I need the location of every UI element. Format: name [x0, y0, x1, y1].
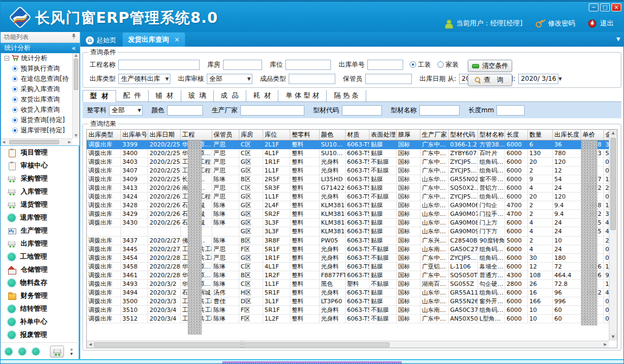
- scroll-down-icon[interactable]: ▼: [609, 334, 617, 341]
- scroll-right-icon[interactable]: ▶: [602, 342, 609, 347]
- column-header-8[interactable]: 整零料: [290, 130, 319, 140]
- keeper-input[interactable]: [365, 74, 412, 84]
- location-input[interactable]: [285, 60, 331, 70]
- column-header-2[interactable]: 出库单号: [120, 130, 148, 140]
- module-cart-button[interactable]: [50, 346, 64, 357]
- module-dot-icon[interactable]: [18, 348, 26, 355]
- sidebar-item-生产管理[interactable]: 生产管理: [1, 224, 79, 237]
- tree-expander-icon[interactable]: −: [4, 56, 9, 61]
- table-row[interactable]: 调拨出库34242020/2/26工工程严思G区1L1F整料光身料6063-T5…: [87, 193, 616, 201]
- table-vertical-scrollbar[interactable]: ▲ ▼: [609, 130, 617, 341]
- sidebar-item-仓储管理[interactable]: 仓储管理: [1, 263, 79, 276]
- sidebar-item-财务管理[interactable]: 财务管理: [1, 289, 79, 302]
- close-button[interactable]: ×: [612, 3, 621, 11]
- table-row[interactable]: 调拨出库34002020/2/25华原…严思C区4L1F整料SU10…6063-…: [87, 149, 616, 157]
- tab-overflow-icon[interactable]: ▼: [616, 36, 620, 42]
- column-header-18[interactable]: 出库长度: [552, 130, 581, 140]
- table-row[interactable]: 调拨出库34282020/2/26石城陈琳G区2L4F整料KLM38176063…: [87, 201, 616, 210]
- column-header-11[interactable]: 表面处理: [369, 130, 396, 140]
- column-header-1[interactable]: 出库类型: [87, 130, 120, 140]
- table-row[interactable]: 调拨出库34542020/2/28工共工程严思G区1R1F整料光身料6063-T…: [87, 253, 616, 262]
- column-header-9[interactable]: 颜色: [319, 130, 345, 140]
- sidebar-item-审核中心[interactable]: 审核中心: [1, 159, 79, 172]
- tab-close-icon[interactable]: ×: [174, 36, 180, 43]
- table-row[interactable]: 调拨出库34612020/2/28华原…陈琳B区1R2F整料F8877FT606…: [87, 271, 616, 279]
- material-tab-4[interactable]: 玻 璃: [181, 90, 214, 101]
- table-row[interactable]: G区3L3F整料KLM38176063-T5贴膜国标山东华…GA90M09.门下…: [87, 227, 616, 236]
- material-tab-5[interactable]: 成 品: [214, 90, 246, 101]
- order-no-input[interactable]: [367, 60, 403, 70]
- table-row[interactable]: 调拨出库34452020/2/27工共工程严思F区5R1F整料光身料6063-T…: [87, 245, 616, 253]
- module-dot-icon[interactable]: [5, 348, 12, 355]
- column-header-15[interactable]: 型材名称: [477, 130, 505, 140]
- material-tab-6[interactable]: 耗 材: [246, 90, 279, 101]
- radio-gongzhuang[interactable]: [410, 61, 416, 68]
- sidebar-tree-item-2[interactable]: 在途信息查询[待: [1, 74, 72, 84]
- sidebar-tree-item-3[interactable]: 采购入库查询: [1, 84, 72, 94]
- column-header-10[interactable]: 材质: [345, 130, 369, 140]
- maximize-button[interactable]: □: [600, 3, 610, 11]
- table-row[interactable]: 调拨出库34072020/2/25工工程严思G区1L1F整料光身料6063-T5…: [87, 166, 616, 175]
- table-row[interactable]: 调拨出库33992020/2/25华原…严思C区2L1F整料SU10…6063-…: [87, 140, 616, 149]
- material-tab-3[interactable]: 辅 材: [149, 90, 181, 101]
- more-modules-button[interactable]: »▾: [70, 347, 73, 356]
- material-tab-7[interactable]: 单 体 型 材: [278, 90, 327, 101]
- table-row[interactable]: 调拨出库35102020/3/4工共工程陈琳F区5R1F整料光身料6063-T5…: [87, 306, 616, 315]
- table-row[interactable]: 调拨出库34932020/3/2华原…陈琳C区1L1F整料黑色塑料不贴膜国标湖南…: [87, 280, 616, 289]
- sidebar-tree-item-1[interactable]: 预算执行查询: [1, 63, 72, 74]
- sidebar-item-项目管理[interactable]: 项目管理: [1, 146, 79, 159]
- change-password-link[interactable]: 修改密码: [548, 19, 575, 28]
- table-row[interactable]: 调拨出库35002020/3/3工共工程曹佳D区3L1F整料LT3P606063…: [87, 297, 616, 306]
- sidebar-item-工地管理[interactable]: 工地管理: [1, 250, 79, 263]
- profile-name-input[interactable]: [419, 105, 460, 116]
- project-name-input[interactable]: [118, 60, 200, 70]
- column-header-5[interactable]: 保管员: [212, 130, 239, 140]
- outbound-type-combo[interactable]: 生产领料出库▼: [118, 74, 170, 84]
- column-header-19[interactable]: 单价: [581, 130, 603, 140]
- tree-vertical-scrollbar[interactable]: ▲▼: [72, 53, 79, 138]
- column-header-6[interactable]: 库房: [239, 130, 263, 140]
- sidebar-tree-item-6[interactable]: 退货查询[待定]: [1, 115, 72, 125]
- clear-conditions-button[interactable]: 清空条件: [468, 60, 512, 72]
- collapse-icon[interactable]: «: [72, 44, 76, 52]
- tab-home[interactable]: ⌂ 起始页: [80, 34, 123, 47]
- material-tab-1[interactable]: 型 材: [82, 90, 116, 102]
- pin-icon[interactable]: [71, 33, 77, 41]
- search-button[interactable]: 查 询: [468, 74, 512, 86]
- sidebar-item-退库管理[interactable]: 退库管理: [1, 211, 79, 224]
- table-row[interactable]: 调拨出库35122020/3/4工共工程陈琳F区1L2F整料光身料6063-T5…: [87, 315, 616, 323]
- table-row[interactable]: 调拨出库34132020/2/26南…严思C区5R3F整料G714226063-…: [87, 183, 616, 192]
- column-header-4[interactable]: 工程: [180, 130, 212, 140]
- column-header-13[interactable]: 生产厂家: [420, 130, 448, 140]
- sidebar-item-出库管理[interactable]: 出库管理: [1, 237, 79, 250]
- product-type-input[interactable]: [289, 74, 335, 84]
- tree-root-statistics[interactable]: − 统计分析: [1, 53, 72, 63]
- sidebar-section-statistics[interactable]: 统计分析 «: [1, 43, 80, 53]
- kind-combo[interactable]: 全部▼: [109, 105, 143, 116]
- table-row[interactable]: 调拨出库34582020/2/28华原…陈琳C区4L1F整料光身料6063-T5…: [87, 262, 616, 271]
- table-row[interactable]: 调拨出库34292020/2/26石城陈琳G区5R2F整料KLM38176063…: [87, 210, 616, 219]
- table-row[interactable]: 调拨出库34032020/2/25工工程严思G区1R1F整料光身料6063-T5…: [87, 157, 616, 166]
- date-to-picker[interactable]: 2020/ 3/16▼: [518, 74, 558, 84]
- radio-jiazhuang[interactable]: [437, 61, 444, 68]
- color-input[interactable]: [167, 105, 203, 116]
- sidebar-item-入库管理[interactable]: 入库管理: [1, 185, 79, 198]
- table-row[interactable]: 调拨出库34092020/2/25长…陈琳B区2R5F整料LI35HD6063-…: [87, 175, 616, 183]
- material-tab-8[interactable]: 隔 热 条: [327, 90, 366, 101]
- sidebar-item-补单中心[interactable]: 补单中心: [1, 315, 79, 328]
- vertical-scroll-thumb[interactable]: [610, 138, 616, 230]
- scroll-up-icon[interactable]: ▲: [609, 130, 617, 137]
- sidebar-item-结转管理[interactable]: 结转管理: [1, 302, 79, 315]
- sidebar-item-物料盘存[interactable]: 物料盘存: [1, 276, 79, 289]
- column-header-7[interactable]: 库位: [263, 130, 290, 140]
- column-header-17[interactable]: 数量: [527, 130, 552, 140]
- table-row[interactable]: 调拨出库34372020/2/27佛…陈琳B区3R8F整料PW056063-T5…: [87, 236, 616, 245]
- module-dot-icon[interactable]: [32, 348, 40, 355]
- warehouse-input[interactable]: [223, 60, 262, 70]
- profile-code-input[interactable]: [342, 105, 382, 116]
- manufacturer-input[interactable]: [240, 105, 304, 116]
- sidebar-item-采购管理[interactable]: 采购管理: [1, 172, 79, 185]
- horizontal-scroll-thumb[interactable]: [94, 342, 390, 347]
- material-tab-2[interactable]: 配 件: [116, 90, 149, 101]
- table-horizontal-scrollbar[interactable]: ◀ ▶: [87, 341, 609, 348]
